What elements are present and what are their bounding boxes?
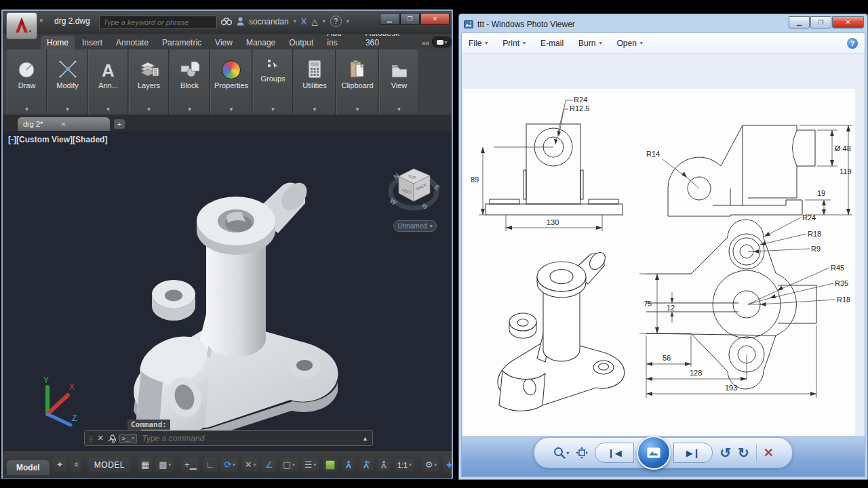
tab-insert[interactable]: Insert <box>76 36 108 49</box>
pv-restore-button[interactable]: ❐ <box>810 16 831 28</box>
model-layout-tab[interactable]: Model <box>7 460 50 475</box>
help-icon[interactable]: ? <box>330 16 342 27</box>
lineweight-icon[interactable]: ☰▾ <box>302 458 319 472</box>
infocenter-search <box>99 16 217 29</box>
polar-tracking-icon[interactable]: ⟳▾ <box>221 458 237 472</box>
selection-cycling-icon[interactable] <box>323 458 338 472</box>
ribbon-overflow-icon[interactable]: »» <box>422 39 429 47</box>
panel-annotation[interactable]: A Ann...▼ <box>88 49 128 115</box>
workspace-gear-icon[interactable]: ⚙▾ <box>422 458 439 472</box>
customization-plus-icon[interactable]: + <box>443 457 455 473</box>
command-input[interactable] <box>140 433 359 444</box>
panel-view[interactable]: View▼ <box>379 49 419 115</box>
angle-snap-icon[interactable]: ∠ <box>262 458 276 472</box>
scale-value-button[interactable]: 1:1▾ <box>395 459 414 471</box>
menu-print[interactable]: Print▾ <box>502 39 526 48</box>
clipboard-icon <box>349 59 366 79</box>
drawing-plan-view: R24 R18 R9 R45 R35 R18 <box>637 209 856 424</box>
zoom-button[interactable]: ▾ <box>553 446 569 460</box>
menu-file[interactable]: File▾ <box>469 39 488 48</box>
panel-utilities[interactable]: Utilities▼ <box>294 49 336 115</box>
drawing-viewport[interactable]: [-][Custom View][Shaded] N E S W TOP BAC… <box>3 131 452 450</box>
pv-minimize-button[interactable]: ▁ <box>789 16 810 28</box>
viewcube-cube[interactable]: TOP BACK LEFT <box>399 169 430 201</box>
infocenter-icons: socnandan ▾ X △ ▾ ? ▾ <box>221 16 349 27</box>
panel-properties[interactable]: Properties▼ <box>210 49 252 115</box>
annotation-visibility-icon[interactable] <box>342 458 355 471</box>
panel-layers[interactable]: Layers▼ <box>129 49 169 115</box>
panel-groups[interactable]: Groups▼ <box>253 49 293 115</box>
new-tab-button[interactable]: + <box>114 119 125 129</box>
file-tab-close-icon[interactable]: ✕ <box>60 121 66 128</box>
viewcube-view-pill[interactable]: Unnamed▾ <box>393 220 437 232</box>
tab-manage[interactable]: Manage <box>240 36 281 49</box>
grid-display-icon[interactable]: ▦ <box>138 458 152 472</box>
wrench-icon[interactable] <box>107 434 116 443</box>
delete-button[interactable]: ✕ <box>764 445 774 460</box>
layers-icon <box>138 59 160 79</box>
ortho-icon[interactable]: ∟ <box>203 458 218 472</box>
tab-view[interactable]: View <box>209 36 239 49</box>
command-bar[interactable]: ⣿ ✕ >_▾ ▲ <box>84 430 373 446</box>
viewport-controls-label[interactable]: [-][Custom View][Shaded] <box>8 135 107 144</box>
magnifier-icon <box>553 446 566 460</box>
next-button[interactable]: ▶❙ <box>673 443 713 463</box>
pv-close-button[interactable]: ✕ <box>832 16 864 28</box>
layout-list-icon[interactable]: » <box>71 458 81 472</box>
ribbon-display-toggle[interactable]: ▾ <box>432 37 452 47</box>
menu-open[interactable]: Open▾ <box>616 39 642 48</box>
user-icon <box>237 17 244 26</box>
photo-viewer-icon <box>464 20 473 28</box>
snap-mode-icon[interactable]: +▁ <box>182 458 199 472</box>
signed-in-user[interactable]: socnandan <box>249 17 289 26</box>
tab-output[interactable]: Output <box>283 36 319 49</box>
annotation-autoscale-icon[interactable] <box>359 458 373 471</box>
binoculars-icon[interactable] <box>221 18 232 26</box>
dim-plan-56: 56 <box>663 354 671 362</box>
help-caret-icon[interactable]: ▾ <box>347 18 349 24</box>
command-expand-icon[interactable]: ▲ <box>362 435 368 442</box>
rotate-ccw-button[interactable]: ↺ <box>719 445 731 461</box>
view-icon <box>390 62 409 79</box>
a360-icon[interactable]: △ <box>311 17 317 26</box>
command-grip-icon[interactable]: ⣿ <box>89 435 94 442</box>
panel-draw[interactable]: Draw▼ <box>7 49 47 115</box>
previous-button[interactable]: ❙◀ <box>595 443 634 463</box>
autocad-app-button[interactable] <box>6 12 37 39</box>
menu-email[interactable]: E-mail <box>540 39 564 48</box>
a360-caret-icon[interactable]: ▾ <box>323 18 326 24</box>
photo-viewer-title: ttt - Windows Photo Viewer <box>477 20 575 29</box>
object-snap-icon[interactable]: ▢▾ <box>280 458 298 472</box>
pv-help-icon[interactable]: ? <box>847 38 858 49</box>
annotation-scale-icon[interactable] <box>377 458 391 471</box>
panel-modify[interactable]: Modify▼ <box>47 49 87 115</box>
user-caret-icon[interactable]: ▾ <box>294 18 296 24</box>
dim-plan-12: 12 <box>667 304 675 312</box>
exchange-apps-icon[interactable]: X <box>301 16 307 26</box>
menu-burn[interactable]: Burn▾ <box>578 39 601 48</box>
new-layout-button[interactable]: ✦ <box>54 458 66 472</box>
osnap-icon[interactable]: ✕▾ <box>242 458 258 472</box>
tab-parametric[interactable]: Parametric <box>156 36 208 49</box>
ribbon-panels: Draw▼ Modify▼ A Ann...▼ <box>3 49 452 115</box>
panel-block[interactable]: Block▼ <box>170 49 210 115</box>
tab-annotate[interactable]: Annotate <box>110 36 155 49</box>
modelspace-button[interactable]: MODEL <box>89 458 130 472</box>
panel-clipboard[interactable]: Clipboard▼ <box>336 49 378 115</box>
command-prompt-icon[interactable]: >_▾ <box>119 434 138 443</box>
dim-side-r14: R14 <box>646 150 660 158</box>
actual-size-button[interactable] <box>576 447 588 459</box>
close-button[interactable]: ✕ <box>420 13 450 25</box>
viewcube[interactable]: N E S W TOP BACK LEFT <box>382 157 445 219</box>
dim-plan-r18b: R18 <box>837 296 850 304</box>
file-tab-drg2[interactable]: drg 2* ✕ <box>18 117 110 131</box>
snap-grid-icon[interactable]: ▩▾ <box>156 458 174 472</box>
slideshow-button[interactable] <box>637 436 671 470</box>
command-close-icon[interactable]: ✕ <box>98 434 104 443</box>
restore-button[interactable]: ❐ <box>400 13 420 25</box>
tab-home[interactable]: Home <box>41 36 75 49</box>
qat-overflow-icon[interactable]: » <box>39 16 43 24</box>
minimize-button[interactable]: ▁ <box>380 13 399 25</box>
search-input[interactable] <box>100 18 216 26</box>
rotate-cw-button[interactable]: ↻ <box>738 445 749 461</box>
